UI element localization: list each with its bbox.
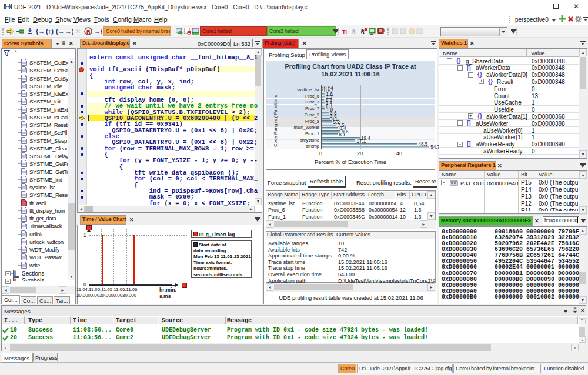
svg-text:R: R <box>86 28 91 35</box>
svg-text:(→: (→ <box>56 28 64 35</box>
svg-text:→): →) <box>65 28 74 35</box>
svg-text:{→: {→ <box>36 28 44 35</box>
svg-text:(↑): (↑) <box>46 28 54 35</box>
svg-text:TI: TI <box>342 29 347 35</box>
svg-text:→{: →{ <box>94 28 102 35</box>
